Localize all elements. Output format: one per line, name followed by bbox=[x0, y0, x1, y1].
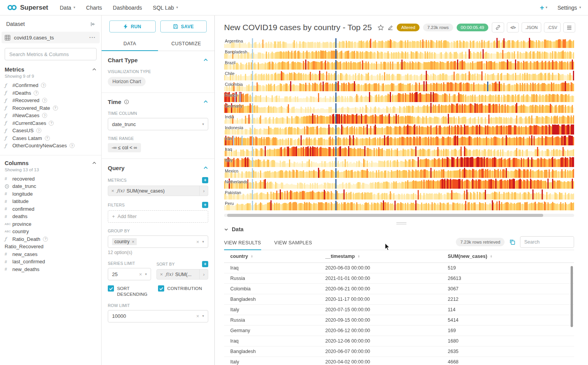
column-header-country[interactable]: country ▲▼ bbox=[224, 250, 319, 263]
column-item[interactable]: #last_confirmed bbox=[5, 258, 97, 266]
help-icon[interactable]: ? bbox=[36, 128, 41, 133]
dataset-selector[interactable]: covid19.cases_ts ··· bbox=[2, 32, 100, 43]
tab-data[interactable]: DATA bbox=[102, 37, 158, 51]
settings-menu[interactable]: Settings ▾ bbox=[557, 5, 581, 11]
tab-view-samples[interactable]: VIEW SAMPLES bbox=[274, 240, 312, 250]
horizon-chart-canvas[interactable] bbox=[224, 38, 574, 211]
edit-properties-icon[interactable] bbox=[387, 25, 393, 31]
scrollbar-thumb[interactable] bbox=[227, 214, 543, 217]
row-limit-select[interactable]: 10000 × ▾ bbox=[108, 310, 208, 322]
clear-select-icon[interactable]: × bbox=[139, 271, 142, 277]
metric-item[interactable]: ƒCasesUS? bbox=[5, 127, 97, 135]
column-item[interactable]: #new_deaths bbox=[5, 266, 97, 273]
chart-menu-button[interactable] bbox=[563, 22, 575, 32]
data-panel-toggle[interactable]: Data bbox=[224, 226, 574, 232]
collapse-panel-icon[interactable] bbox=[90, 21, 96, 27]
add-filter-plus-button[interactable]: + bbox=[202, 202, 208, 208]
expand-metric-icon[interactable]: › bbox=[199, 269, 208, 279]
table-cell: 2020-09-15 00:00:00 bbox=[319, 315, 442, 325]
nav-item-sql-lab[interactable]: SQL Lab▾ bbox=[153, 5, 178, 11]
column-item[interactable]: ABCprovince bbox=[5, 220, 97, 228]
time-column-select[interactable]: date_trunc ▾ bbox=[108, 118, 208, 130]
time-range-pill[interactable]: -∞ ≤ col < ∞ bbox=[108, 143, 141, 152]
column-item[interactable]: date_trunc bbox=[5, 182, 97, 190]
nav-item-charts[interactable]: Charts bbox=[86, 5, 102, 11]
metric-item[interactable]: ƒ#Confirmed? bbox=[5, 82, 97, 89]
column-item[interactable]: #longitude bbox=[5, 190, 97, 198]
add-sort-by-button[interactable]: + bbox=[202, 261, 208, 267]
column-item[interactable]: ABCcountry bbox=[5, 228, 97, 235]
expand-metric-icon[interactable]: › bbox=[199, 186, 208, 196]
embed-code-button[interactable]: </> bbox=[507, 22, 519, 32]
group-by-select[interactable]: country × × ▾ bbox=[108, 235, 208, 248]
remove-metric-icon[interactable]: × bbox=[111, 188, 114, 194]
brand-name: Superset bbox=[20, 4, 48, 12]
panel-resize-handle[interactable] bbox=[396, 221, 406, 225]
horizon-chart[interactable]: ArgentinaBangladeshBrazilChileColombiaFr… bbox=[224, 38, 574, 211]
export-json-button[interactable]: .JSON bbox=[522, 22, 541, 32]
help-icon[interactable]: ? bbox=[43, 237, 48, 242]
metric-item[interactable]: ƒ#CurrentCases? bbox=[5, 119, 97, 127]
dataset-more-menu[interactable]: ··· bbox=[89, 34, 96, 41]
column-item[interactable]: #recovered bbox=[5, 175, 97, 183]
table-search-input[interactable] bbox=[520, 236, 574, 248]
help-icon[interactable]: ? bbox=[42, 98, 47, 103]
copy-to-clipboard-button[interactable] bbox=[509, 239, 515, 245]
info-icon[interactable] bbox=[124, 99, 129, 104]
help-icon[interactable]: ? bbox=[42, 113, 47, 118]
clear-select-icon[interactable]: × bbox=[196, 313, 199, 319]
sort-descending-checkbox[interactable]: SORT DESCENDING bbox=[108, 285, 158, 297]
nav-item-data[interactable]: Data▾ bbox=[60, 5, 75, 11]
metric-chip-sum-new-cases[interactable]: × ƒ(x) SUM(new_cases) › bbox=[108, 186, 208, 196]
column-item[interactable]: ƒRatio_Death? bbox=[5, 235, 97, 243]
clear-select-icon[interactable]: × bbox=[196, 239, 199, 245]
help-icon[interactable]: ? bbox=[49, 121, 54, 126]
metric-item[interactable]: ƒCases Latam? bbox=[5, 135, 97, 142]
metric-item[interactable]: ƒRecovered_Rate? bbox=[5, 104, 97, 112]
series-limit-select[interactable]: 25 × ▾ bbox=[108, 268, 151, 280]
metric-item[interactable]: ƒ#NewCases? bbox=[5, 112, 97, 119]
chevron-up-icon[interactable] bbox=[92, 67, 97, 72]
chart-horizontal-scrollbar[interactable] bbox=[224, 214, 574, 217]
group-by-chip-country[interactable]: country × bbox=[112, 238, 137, 245]
help-icon[interactable]: ? bbox=[53, 106, 58, 111]
run-button[interactable]: RUN bbox=[109, 20, 156, 32]
help-icon[interactable]: ? bbox=[70, 143, 75, 148]
remove-metric-icon[interactable]: × bbox=[160, 271, 163, 277]
search-metrics-columns-input[interactable] bbox=[5, 48, 97, 60]
column-header-timestamp[interactable]: __timestamp ▲▼ bbox=[319, 250, 442, 263]
help-icon[interactable]: ? bbox=[45, 136, 50, 141]
add-filter-dropzone[interactable]: + Add filter bbox=[108, 210, 208, 223]
metric-item[interactable]: ƒ#Recovered? bbox=[5, 97, 97, 104]
remove-chip-icon[interactable]: × bbox=[132, 239, 134, 244]
column-header-sum-new-cases[interactable]: SUM(new_cases) ▲▼ bbox=[442, 250, 574, 263]
add-metric-button[interactable]: + bbox=[202, 177, 208, 183]
time-section-title: Time bbox=[108, 99, 121, 105]
viz-type-pill[interactable]: Horizon Chart bbox=[108, 77, 146, 86]
nav-item-dashboards[interactable]: Dashboards bbox=[113, 5, 142, 11]
metric-item[interactable]: ƒOtherCountryNewCases? bbox=[5, 142, 97, 150]
new-item-button[interactable]: + ▾ bbox=[540, 3, 547, 12]
column-item[interactable]: #new_cases bbox=[5, 251, 97, 258]
chevron-up-icon[interactable] bbox=[203, 165, 208, 171]
copy-link-button[interactable] bbox=[492, 22, 504, 32]
help-icon[interactable]: ? bbox=[34, 90, 39, 96]
export-csv-button[interactable]: .CSV bbox=[544, 22, 561, 32]
save-button[interactable]: SAVE bbox=[160, 20, 207, 32]
superset-logo[interactable]: Superset bbox=[7, 4, 48, 12]
help-icon[interactable]: ? bbox=[41, 83, 46, 88]
sort-by-chip[interactable]: × ƒ(x) SUM(... › bbox=[156, 269, 208, 280]
table-vertical-scrollbar[interactable] bbox=[571, 266, 573, 327]
tab-customize[interactable]: CUSTOMIZE bbox=[158, 37, 214, 51]
favorite-star-icon[interactable] bbox=[377, 24, 384, 31]
chevron-up-icon[interactable] bbox=[203, 99, 208, 104]
metric-item[interactable]: ƒ#Deaths? bbox=[5, 89, 97, 97]
tab-view-results[interactable]: VIEW RESULTS bbox=[224, 240, 261, 250]
column-item[interactable]: Ratio_Recovered bbox=[5, 243, 97, 251]
column-item[interactable]: #confirmed bbox=[5, 205, 97, 213]
chevron-up-icon[interactable] bbox=[92, 161, 97, 165]
chevron-up-icon[interactable] bbox=[203, 58, 208, 63]
column-item[interactable]: #deaths bbox=[5, 213, 97, 220]
contribution-checkbox[interactable]: CONTRIBUTION bbox=[158, 285, 208, 297]
column-item[interactable]: #latitude bbox=[5, 198, 97, 205]
